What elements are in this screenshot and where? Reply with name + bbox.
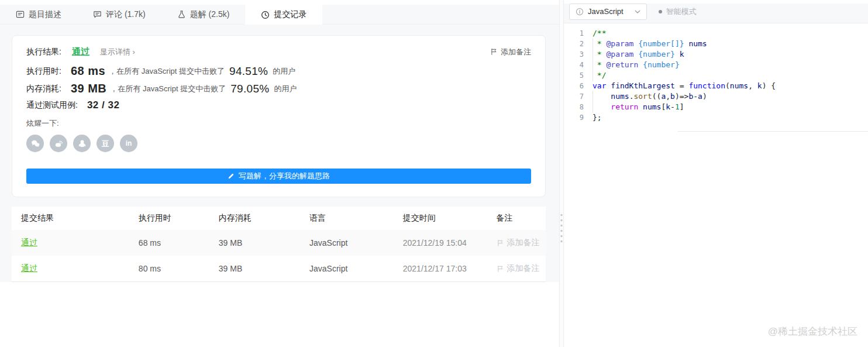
code-line: 6var findKthLargest = function(nums, k) … [564,81,868,91]
memory-value: 39 MB [71,82,106,95]
line-number: 2 [564,40,584,48]
clock-icon [261,11,270,19]
smart-mode-toggle[interactable]: 智能模式 [659,6,697,17]
editor-horizontal-rule [678,131,868,132]
tab-label: 题目描述 [29,9,61,20]
cell-note: 添加备注 [487,263,546,274]
line-number: 4 [564,61,584,69]
cell-runtime: 68 ms [129,238,209,248]
brag-label: 炫耀一下: [26,118,531,129]
tab-comments[interactable]: 评论 (1.7k) [77,0,161,24]
mode-dot-icon [659,10,662,13]
weibo-share-icon[interactable] [50,135,67,152]
flag-icon [490,48,498,56]
chevron-down-icon [635,10,640,13]
code-editor[interactable]: 1/**2 * @param {number[]} nums3 * @param… [564,23,868,347]
flask-icon [177,10,186,19]
table-body: 通过68 ms39 MBJavaScript2021/12/19 15:04添加… [12,230,546,281]
smart-mode-label: 智能模式 [666,6,697,17]
add-note-button[interactable]: 添加备注 [497,263,546,274]
add-note-label: 添加备注 [507,238,540,248]
memory-beats-prefix: ，在所有 JavaScript 提交中击败了 [110,84,226,94]
flag-icon [497,239,504,247]
code-line: 7 nums.sort((a,b)=>b-a) [564,91,868,102]
write-solution-button[interactable]: 写题解，分享我的解题思路 [26,169,531,184]
column-header: 语言 [300,213,394,224]
code-line-content: var findKthLargest = function(nums, k) { [593,81,776,91]
code-line-content: nums.sort((a,b)=>b-a) [593,91,707,102]
column-header: 提交时间 [394,213,487,224]
submissions-table: 提交结果执行用时内存消耗语言提交时间备注 通过68 ms39 MBJavaScr… [12,207,546,282]
code-line: 5 */ [564,70,868,81]
panel-resize-handle[interactable] [559,0,564,347]
table-header-row: 提交结果执行用时内存消耗语言提交时间备注 [12,207,546,230]
add-note-label: 添加备注 [507,263,540,274]
description-icon [16,10,25,19]
cell-memory: 39 MB [209,264,300,273]
add-note-button[interactable]: 添加备注 [490,47,531,57]
line-number: 7 [564,92,584,101]
cell-runtime: 80 ms [129,264,209,273]
cell-result: 通过 [12,263,129,274]
add-note-button[interactable]: 添加备注 [497,238,546,248]
left-panel: 题目描述评论 (1.7k)题解 (2.5k)提交记录 执行结果: 通过 显示详情… [0,0,559,347]
cell-submit-time: 2021/12/19 15:04 [394,238,487,248]
column-header: 内存消耗 [209,213,300,224]
add-note-label: 添加备注 [501,47,531,57]
comments-icon [93,10,102,19]
cell-result: 通过 [12,238,129,248]
exec-result-status[interactable]: 通过 [72,46,89,57]
line-number: 8 [564,103,584,111]
cell-memory: 39 MB [209,238,300,248]
linkedin-share-icon[interactable]: in [120,135,137,152]
editor-header: JavaScript 智能模式 [564,0,868,23]
memory-beats-suffix: 的用户 [274,84,297,94]
code-line: 8 return nums[k-1] [564,102,868,112]
runtime-label: 执行用时: [26,66,61,77]
line-number: 1 [564,29,584,37]
info-circle-icon [576,8,584,16]
cell-language: JavaScript [300,264,394,273]
tab-solutions[interactable]: 题解 (2.5k) [161,0,246,24]
tab-label: 提交记录 [274,9,306,20]
runtime-beats-prefix: ，在所有 JavaScript 提交中击败了 [109,66,225,77]
column-header: 提交结果 [12,213,129,224]
code-line-content: /** [593,28,606,39]
code-line-content: */ [593,70,606,81]
column-header: 执行用时 [129,213,209,224]
testcases-label: 通过测试用例: [26,100,78,111]
column-header: 备注 [487,213,546,224]
line-number: 5 [564,71,584,80]
cell-note: 添加备注 [487,238,546,248]
tab-bar: 题目描述评论 (1.7k)题解 (2.5k)提交记录 [0,0,559,25]
show-details-link[interactable]: 显示详情 › [100,47,135,57]
code-line: 3 * @param {number} k [564,49,868,60]
tab-problem-description[interactable]: 题目描述 [0,0,77,24]
language-select[interactable]: JavaScript [569,4,647,20]
line-number: 9 [564,114,584,122]
line-number: 6 [564,82,584,90]
submission-result-link[interactable]: 通过 [21,263,37,273]
wechat-share-icon[interactable] [26,135,44,152]
app-root: 题目描述评论 (1.7k)题解 (2.5k)提交记录 执行结果: 通过 显示详情… [0,0,868,347]
code-editor-panel: JavaScript 智能模式 1/**2 * @param {number[]… [564,0,868,347]
douban-share-icon[interactable]: 豆 [97,135,114,152]
flag-icon [497,265,504,273]
qq-share-icon[interactable] [73,135,91,152]
tab-label: 题解 (2.5k) [190,9,230,20]
runtime-beats-pct: 94.51% [229,65,268,78]
language-select-value: JavaScript [588,7,624,16]
exec-result-label: 执行结果: [26,47,61,57]
cell-language: JavaScript [300,238,394,248]
table-row: 通过68 ms39 MBJavaScript2021/12/19 15:04添加… [12,230,546,256]
execution-result-card: 执行结果: 通过 显示详情 › 添加备注 执行用时: 68 ms ，在所有 Ja… [12,35,546,197]
tab-submissions[interactable]: 提交记录 [245,0,322,25]
pencil-icon [228,173,235,180]
watermark: @稀土掘金技术社区 [768,325,857,338]
table-row: 通过80 ms39 MBJavaScript2021/12/17 17:03添加… [12,256,546,281]
code-line: 1/** [564,28,868,39]
cell-submit-time: 2021/12/17 17:03 [394,264,487,273]
code-line: 9}; [564,112,868,123]
submission-result-link[interactable]: 通过 [21,238,37,247]
runtime-value: 68 ms [71,64,105,78]
